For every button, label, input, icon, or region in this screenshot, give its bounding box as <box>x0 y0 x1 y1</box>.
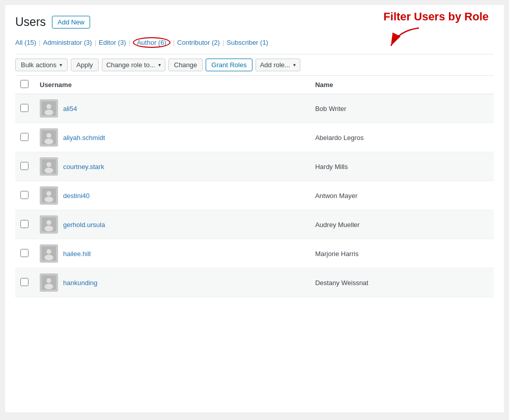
bulk-actions-chevron-icon: ▾ <box>60 62 62 68</box>
apply-button[interactable]: Apply <box>71 59 99 71</box>
role-filter-subscriber[interactable]: Subscriber (1) <box>227 39 268 46</box>
add-new-button[interactable]: Add New <box>52 16 90 29</box>
username-link[interactable]: aliyah.schmidt <box>63 134 105 142</box>
username-link[interactable]: ali54 <box>63 105 77 113</box>
avatar <box>40 99 58 118</box>
avatar <box>40 244 58 263</box>
change-role-label: Change role to... <box>106 61 155 69</box>
username-col-label: Username <box>40 81 72 89</box>
row-checkbox-cell <box>15 181 35 210</box>
annotation-text: Filter Users by Role <box>383 10 489 23</box>
avatar <box>40 186 58 205</box>
row-checkbox[interactable] <box>20 104 29 112</box>
role-filter-all[interactable]: All (15) <box>15 39 36 46</box>
row-checkbox[interactable] <box>20 249 29 257</box>
separator-4: | <box>173 39 175 46</box>
svg-point-18 <box>44 255 53 260</box>
filter-annotation: Filter Users by Role <box>383 10 489 51</box>
username-cell: gerhold.ursula <box>35 210 310 239</box>
username-link[interactable]: courtney.stark <box>63 163 104 171</box>
avatar <box>40 215 58 234</box>
bulk-actions-label: Bulk actions <box>21 61 56 69</box>
add-role-label: Add role... <box>260 61 290 69</box>
row-checkbox-cell <box>15 123 35 152</box>
avatar <box>40 157 58 176</box>
svg-point-12 <box>44 197 53 202</box>
role-filter-contributor[interactable]: Contributor (2) <box>177 39 220 46</box>
username-cell: ali54 <box>35 94 310 123</box>
separator-2: | <box>95 39 96 46</box>
svg-point-9 <box>44 167 53 173</box>
separator-5: | <box>222 39 224 46</box>
separator-3: | <box>129 39 130 46</box>
username-cell: courtney.stark <box>35 152 310 181</box>
page-wrapper: Filter Users by Role Users Add New All (… <box>5 5 504 412</box>
name-col-header: Name <box>310 76 494 94</box>
svg-point-3 <box>44 109 53 115</box>
name-cell: Audrey Mueller <box>310 210 494 239</box>
table-header-row: Username Name <box>15 76 494 94</box>
add-role-chevron-icon: ▾ <box>293 62 296 68</box>
username-link[interactable]: destini40 <box>63 192 90 200</box>
username-col-header[interactable]: Username <box>35 76 310 94</box>
name-cell: Marjorie Harris <box>310 239 494 268</box>
add-role-button[interactable]: Add role... ▾ <box>256 59 300 71</box>
grant-roles-button[interactable]: Grant Roles <box>206 59 252 71</box>
name-cell: Bob Writer <box>310 94 494 123</box>
username-link[interactable]: hankunding <box>63 279 97 287</box>
table-row: aliyah.schmidtAbelardo Legros <box>15 123 494 152</box>
username-link[interactable]: hailee.hill <box>63 250 91 258</box>
separator-1: | <box>39 39 40 46</box>
row-checkbox[interactable] <box>20 133 29 141</box>
svg-point-14 <box>46 220 51 225</box>
row-checkbox-cell <box>15 94 35 123</box>
svg-point-6 <box>44 138 53 144</box>
table-row: hankundingDestany Weissnat <box>15 268 494 297</box>
svg-point-11 <box>46 191 51 195</box>
role-filter-editor[interactable]: Editor (3) <box>99 39 126 46</box>
name-cell: Antwon Mayer <box>310 181 494 210</box>
change-button[interactable]: Change <box>168 59 203 71</box>
select-all-checkbox[interactable] <box>20 80 29 88</box>
username-cell: hankunding <box>35 268 310 297</box>
avatar <box>40 128 58 147</box>
role-filter-author[interactable]: Author (6) <box>133 37 171 48</box>
svg-point-21 <box>44 284 53 289</box>
username-link[interactable]: gerhold.ursula <box>63 221 105 229</box>
row-checkbox-cell <box>15 152 35 181</box>
row-checkbox-cell <box>15 268 35 297</box>
users-table: Username Name ali54Bob Writer aliyah.sch… <box>15 76 494 297</box>
name-cell: Abelardo Legros <box>310 123 494 152</box>
bulk-actions-button[interactable]: Bulk actions ▾ <box>15 59 68 71</box>
avatar <box>40 273 58 292</box>
username-cell: destini40 <box>35 181 310 210</box>
svg-point-8 <box>46 162 51 166</box>
table-row: hailee.hillMarjorie Harris <box>15 239 494 268</box>
table-row: destini40Antwon Mayer <box>15 181 494 210</box>
name-col-label: Name <box>315 81 333 89</box>
row-checkbox[interactable] <box>20 220 29 228</box>
row-checkbox[interactable] <box>20 191 29 199</box>
row-checkbox-cell <box>15 239 35 268</box>
username-cell: aliyah.schmidt <box>35 123 310 152</box>
change-role-button[interactable]: Change role to... ▾ <box>102 59 165 71</box>
role-filter-administrator[interactable]: Administrator (3) <box>43 39 92 46</box>
svg-point-20 <box>46 278 51 283</box>
svg-point-5 <box>46 133 51 137</box>
page-title: Users <box>15 15 46 29</box>
toolbar: Bulk actions ▾ Apply Change role to... ▾… <box>15 54 494 76</box>
svg-point-2 <box>46 104 51 108</box>
table-row: courtney.starkHardy Mills <box>15 152 494 181</box>
table-row: ali54Bob Writer <box>15 94 494 123</box>
name-cell: Destany Weissnat <box>310 268 494 297</box>
name-cell: Hardy Mills <box>310 152 494 181</box>
svg-point-17 <box>46 249 51 254</box>
row-checkbox[interactable] <box>20 162 29 170</box>
change-role-chevron-icon: ▾ <box>158 62 161 68</box>
select-all-col <box>15 76 35 94</box>
row-checkbox[interactable] <box>20 278 29 286</box>
table-row: gerhold.ursulaAudrey Mueller <box>15 210 494 239</box>
username-cell: hailee.hill <box>35 239 310 268</box>
row-checkbox-cell <box>15 210 35 239</box>
svg-point-15 <box>44 226 53 231</box>
